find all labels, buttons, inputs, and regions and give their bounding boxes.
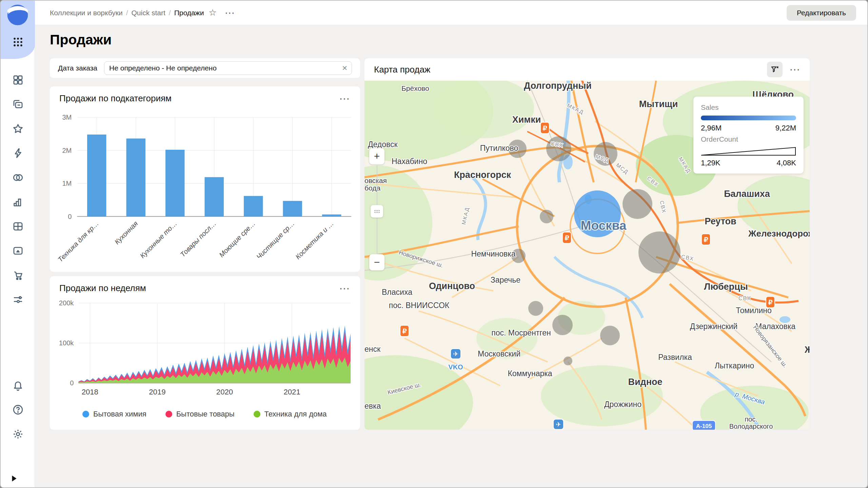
datalens-logo-icon[interactable] — [6, 4, 29, 26]
legend-sales-label: Sales — [701, 103, 796, 111]
legend-label: Техника для дома — [264, 410, 327, 419]
bar[interactable] — [204, 177, 223, 217]
map-place-label: Люберцы — [704, 282, 748, 292]
map-place-label: Железнодорожн — [748, 228, 810, 239]
charts-icon[interactable] — [12, 196, 24, 208]
map-bubble[interactable] — [528, 301, 543, 316]
map-place-label: Одинцово — [429, 281, 475, 291]
map-bubble[interactable] — [638, 231, 680, 273]
map-place-label: Реутов — [705, 216, 736, 226]
notifications-bell-icon[interactable] — [12, 380, 24, 391]
legend-item[interactable]: Техника для дома — [254, 410, 327, 419]
map-place-label: СВХ — [659, 200, 667, 214]
map-bubble[interactable] — [552, 315, 573, 335]
legend-item[interactable]: Бытовая химия — [82, 410, 146, 419]
bar-x-label: Техника для кр… — [56, 220, 100, 263]
edit-button[interactable]: Редактировать — [787, 5, 856, 21]
dashboards-icon[interactable] — [12, 221, 24, 232]
bar[interactable] — [322, 215, 341, 217]
svg-text:₽: ₽ — [402, 327, 407, 335]
date-filter-input[interactable]: Не определено - Не определено ✕ — [104, 61, 352, 75]
map-place-label: пос. Мосрентген — [491, 328, 551, 337]
svg-text:100k: 100k — [59, 339, 74, 347]
map-place-label: Ж — [804, 345, 810, 355]
marketplace-icon[interactable] — [12, 269, 24, 281]
map-legend: Sales 2,96M 9,22M OrderCount 1,29K 4,08K — [693, 97, 804, 174]
map-bubble[interactable] — [600, 326, 620, 345]
map-menu-icon[interactable]: ⋯ — [789, 66, 801, 73]
map-place-label: Немчиновка — [471, 249, 515, 258]
help-icon[interactable] — [12, 404, 24, 415]
services-icon[interactable] — [12, 294, 24, 305]
navigation-icon[interactable] — [12, 74, 24, 86]
ordercount-max: 4,08K — [777, 159, 796, 167]
bar[interactable] — [165, 150, 184, 217]
metro-ruble-icon: ₽ — [563, 232, 571, 243]
files-icon[interactable] — [12, 245, 24, 257]
map-place-label: VKO — [448, 363, 463, 371]
map-place-label: Томилино — [736, 306, 771, 315]
svg-text:1M: 1M — [62, 180, 72, 187]
breadcrumb-menu-icon[interactable]: ⋯ — [225, 7, 236, 19]
favorites-icon[interactable] — [12, 123, 24, 135]
zoom-slider-handle[interactable] — [371, 205, 383, 218]
settings-gear-icon[interactable] — [12, 428, 24, 440]
sales-min: 2,96M — [701, 124, 722, 133]
map-place-label: Дзержинский — [690, 322, 737, 331]
area-chart-title: Продажи по неделям — [59, 283, 146, 293]
map-filter-reset-button[interactable] — [767, 62, 783, 77]
bar[interactable] — [126, 139, 145, 217]
map-place-label: Долгопрудный — [524, 81, 592, 91]
apps-grid-icon[interactable] — [12, 36, 24, 48]
bar[interactable] — [283, 201, 302, 217]
map-place-label: Дедовск — [368, 140, 398, 149]
breadcrumb-collections[interactable]: Коллекции и воркбуки — [50, 9, 123, 17]
svg-text:А-105: А-105 — [696, 423, 712, 429]
funnel-x-icon — [770, 65, 779, 74]
metro-ruble-icon: ₽ — [702, 234, 710, 245]
zoom-in-button[interactable]: + — [369, 148, 384, 164]
date-filter-card: Дата заказа Не определено - Не определен… — [50, 58, 360, 78]
area-chart-menu-icon[interactable]: ⋯ — [339, 285, 351, 292]
map-place-label: СВХ — [738, 296, 751, 301]
map-place-label: Балашиха — [724, 189, 770, 199]
quick-actions-icon[interactable] — [12, 147, 24, 159]
map-place-label: Красногорск — [454, 170, 511, 180]
zoom-out-button[interactable]: − — [369, 254, 384, 270]
connections-icon[interactable] — [12, 172, 24, 183]
bar-x-label: Кухонная — [113, 220, 139, 246]
sidebar-collapse-icon[interactable] — [9, 474, 18, 483]
bar[interactable] — [244, 196, 263, 216]
area-chart: 20182019202020210100k200k — [55, 297, 355, 406]
page-title: Продажи — [50, 32, 112, 48]
map-place-label: Лыткарино — [715, 361, 754, 370]
map-bubble[interactable] — [540, 210, 553, 223]
topbar: Коллекции и воркбуки / Quick start / Про… — [35, 1, 868, 25]
bar-x-label: Товары посл… — [179, 220, 217, 258]
map-place-label: МСД — [615, 162, 630, 175]
bar-chart-menu-icon[interactable]: ⋯ — [339, 95, 351, 102]
map-viewport[interactable]: ₽₽₽₽₽✈✈А-105 БрёховоДолгопрудныйМытищиЩё… — [364, 81, 810, 430]
map-bubble[interactable] — [546, 136, 571, 161]
ordercount-min: 1,29K — [701, 159, 721, 167]
map-place-label: Володарского — [729, 423, 773, 430]
collections-icon[interactable] — [12, 99, 24, 110]
map-place-label: Заречье — [491, 276, 520, 284]
map-bubble[interactable] — [623, 189, 652, 219]
map-title: Карта продаж — [374, 64, 430, 75]
road-number-badge: А-105 — [692, 421, 715, 430]
svg-text:0: 0 — [70, 379, 74, 387]
legend-item[interactable]: Бытовые товары — [165, 410, 235, 419]
map-place-label: Московский — [478, 349, 520, 358]
date-filter-value: Не определено - Не определено — [109, 64, 217, 72]
map-place-label: Мытищи — [639, 99, 678, 109]
legend-label: Бытовая химия — [93, 410, 146, 419]
map-place-label: пос. — [745, 415, 757, 423]
breadcrumb-workbook[interactable]: Quick start — [131, 9, 165, 17]
map-bubble[interactable] — [564, 357, 572, 365]
favorite-star-icon[interactable]: ☆ — [209, 7, 216, 18]
clear-filter-icon[interactable]: ✕ — [342, 64, 348, 72]
svg-text:3M: 3M — [62, 114, 72, 121]
bar[interactable] — [87, 135, 106, 217]
bar-x-label: Чистящие ср… — [255, 220, 296, 261]
